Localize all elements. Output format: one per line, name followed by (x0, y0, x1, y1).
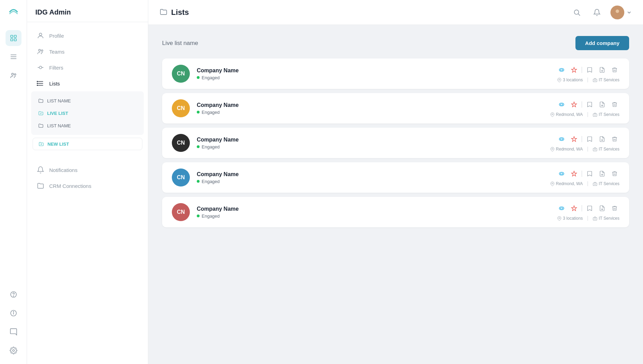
crm-action-icon-3[interactable] (569, 134, 579, 144)
svg-point-40 (552, 113, 553, 115)
bell-icon (593, 9, 601, 16)
notifications-button[interactable] (590, 6, 604, 19)
delete-icon-3[interactable] (610, 134, 619, 144)
company-name-5: Company Name (197, 206, 550, 212)
delete-icon-2[interactable] (610, 100, 619, 109)
user-avatar-wrapper[interactable] (610, 6, 632, 19)
location-pin-icon-4 (550, 182, 555, 186)
action-sep-a-4 (582, 171, 582, 177)
location-item-4: Redmond, WA (550, 181, 583, 186)
company-list: CN Company Name Engaged (162, 58, 629, 227)
crm-action-icon-5[interactable] (569, 203, 579, 213)
svg-point-25 (37, 83, 38, 84)
loc-sep-1 (588, 78, 588, 82)
company-info-1: Company Name Engaged (197, 67, 550, 80)
content-header: Live list name Add company (162, 36, 629, 50)
sidebar-item-teams-label: Teams (49, 49, 64, 55)
sidebar-item-profile[interactable]: Profile (27, 28, 148, 44)
list-item-1[interactable]: LIST NAME (33, 95, 142, 107)
bookmark-icon-3[interactable] (585, 134, 594, 144)
svg-point-29 (574, 10, 579, 14)
nav-chat-icon[interactable] (6, 324, 21, 340)
sidebar-title: IDG Admin (27, 0, 148, 22)
loc-sep-4 (588, 181, 588, 186)
delete-icon-5[interactable] (610, 203, 619, 213)
app-logo[interactable] (7, 6, 20, 20)
industry-text-2: IT Services (599, 112, 619, 117)
industry-text-3: IT Services (599, 147, 619, 152)
bookmark-icon-5[interactable] (585, 203, 594, 213)
list-item-new[interactable]: NEW LIST (33, 138, 142, 150)
svg-point-15 (39, 33, 42, 36)
status-dot-4 (197, 180, 200, 183)
nav-grid-icon[interactable] (6, 30, 21, 46)
export-icon-1[interactable] (597, 65, 607, 75)
salesforce-icon-2[interactable] (557, 100, 566, 109)
salesforce-icon-3[interactable] (557, 134, 566, 144)
crm-action-icon-1[interactable] (569, 65, 579, 75)
svg-point-38 (559, 103, 564, 106)
bookmark-icon-1[interactable] (585, 65, 594, 75)
delete-icon-1[interactable] (610, 65, 619, 75)
company-info-4: Company Name Engaged (197, 171, 543, 184)
add-company-button[interactable]: Add company (575, 36, 629, 50)
svg-point-34 (559, 79, 560, 80)
industry-icon-2 (593, 112, 597, 117)
location-text-5: 3 locations (563, 216, 583, 221)
industry-text-5: IT Services (599, 216, 619, 221)
action-sep-a-5 (582, 205, 582, 211)
company-meta-1: 3 locations IT Services (557, 65, 619, 82)
delete-icon-4[interactable] (610, 169, 619, 179)
list-item-live[interactable]: LIVE LIST (33, 107, 142, 119)
list-item-new-label: NEW LIST (47, 142, 69, 147)
export-icon-5[interactable] (597, 203, 607, 213)
sidebar-item-lists[interactable]: Lists (27, 75, 148, 91)
salesforce-icon-4[interactable] (557, 169, 566, 179)
export-icon-2[interactable] (597, 100, 607, 109)
topbar-title-area: Lists (159, 8, 565, 17)
status-label-3: Engaged (202, 144, 220, 149)
svg-point-13 (13, 311, 14, 312)
search-icon (573, 9, 581, 16)
nav-info-icon[interactable] (6, 305, 21, 321)
location-item-5: 3 locations (557, 216, 583, 221)
industry-text-4: IT Services (599, 181, 619, 186)
nav-list-icon[interactable] (6, 49, 21, 65)
nav-settings-icon[interactable] (6, 343, 21, 358)
location-item-2: Redmond, WA (550, 112, 583, 117)
status-label-5: Engaged (202, 213, 220, 219)
company-location-1: 3 locations IT Services (557, 78, 619, 82)
folder-new-icon (38, 141, 44, 147)
location-text-2: Redmond, WA (556, 112, 583, 117)
industry-item-1: IT Services (593, 78, 619, 82)
sidebar-item-notifications[interactable]: Notifications (27, 162, 148, 178)
crm-action-icon-4[interactable] (569, 169, 579, 179)
nav-people-icon[interactable] (6, 67, 21, 83)
export-icon-4[interactable] (597, 169, 607, 179)
nav-help-icon[interactable] (6, 286, 21, 302)
salesforce-icon-1[interactable] (557, 65, 566, 75)
company-actions-4 (557, 169, 619, 179)
export-icon-3[interactable] (597, 134, 607, 144)
crm-action-icon-2[interactable] (569, 100, 579, 109)
sidebar-item-teams[interactable]: Teams (27, 44, 148, 60)
sidebar-item-crm[interactable]: CRM Connections (27, 178, 148, 194)
company-status-3: Engaged (197, 144, 543, 149)
svg-point-10 (13, 296, 14, 296)
svg-point-31 (616, 9, 619, 13)
icon-bar (0, 0, 27, 364)
svg-point-32 (559, 69, 564, 72)
company-card-3: CN Company Name Engaged (162, 128, 629, 158)
folder-live-icon (38, 110, 44, 116)
bookmark-icon-4[interactable] (585, 169, 594, 179)
list-item-1-label: LIST NAME (47, 98, 71, 103)
topbar-folder-icon (159, 8, 168, 17)
company-info-3: Company Name Engaged (197, 137, 543, 149)
list-item-2[interactable]: LIST NAME (33, 120, 142, 131)
sidebar-item-filters[interactable]: Filters (27, 60, 148, 75)
svg-rect-3 (14, 39, 16, 41)
search-button[interactable] (570, 6, 583, 19)
salesforce-icon-5[interactable] (557, 203, 566, 213)
bookmark-icon-2[interactable] (585, 100, 594, 109)
new-list-wrapper: NEW LIST (31, 138, 144, 150)
